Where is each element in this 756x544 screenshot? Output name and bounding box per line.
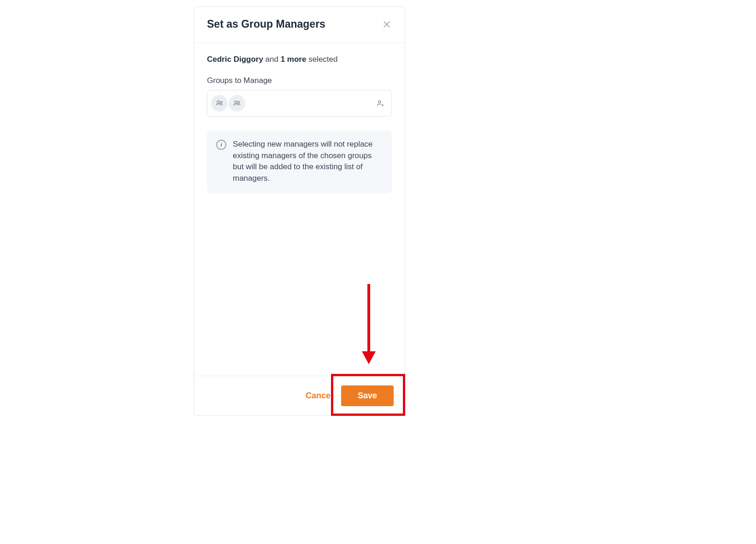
groups-select-input[interactable] — [207, 90, 392, 117]
info-box: i Selecting new managers will not replac… — [207, 130, 392, 194]
info-text: Selecting new managers will not replace … — [233, 139, 382, 184]
groups-field-label: Groups to Manage — [207, 76, 392, 85]
svg-point-3 — [220, 101, 222, 103]
svg-point-4 — [235, 101, 237, 103]
selected-name: Cedric Diggory — [207, 55, 263, 64]
modal-footer: Cancel Save — [194, 376, 405, 415]
group-chip[interactable] — [229, 95, 245, 112]
save-button[interactable]: Save — [341, 385, 394, 406]
close-icon — [382, 20, 391, 29]
people-icon — [215, 99, 224, 108]
svg-point-5 — [238, 101, 240, 103]
svg-point-6 — [378, 101, 381, 103]
selected-more: 1 more — [281, 55, 307, 64]
set-group-managers-modal: Set as Group Managers Cedric Diggory and… — [194, 6, 405, 416]
people-icon — [232, 99, 242, 108]
add-group-button[interactable] — [376, 99, 385, 108]
selection-connector: and — [263, 55, 281, 64]
modal-title: Set as Group Managers — [207, 18, 325, 30]
close-button[interactable] — [382, 19, 392, 30]
group-chip[interactable] — [211, 95, 228, 112]
cancel-button[interactable]: Cancel — [306, 391, 333, 401]
group-chips — [211, 95, 245, 112]
person-plus-icon — [376, 99, 385, 108]
svg-point-2 — [217, 101, 219, 103]
selection-summary: Cedric Diggory and 1 more selected — [207, 55, 392, 64]
modal-header: Set as Group Managers — [194, 7, 405, 43]
selection-suffix: selected — [306, 55, 337, 64]
info-icon: i — [216, 140, 226, 150]
modal-body: Cedric Diggory and 1 more selected Group… — [194, 43, 405, 376]
